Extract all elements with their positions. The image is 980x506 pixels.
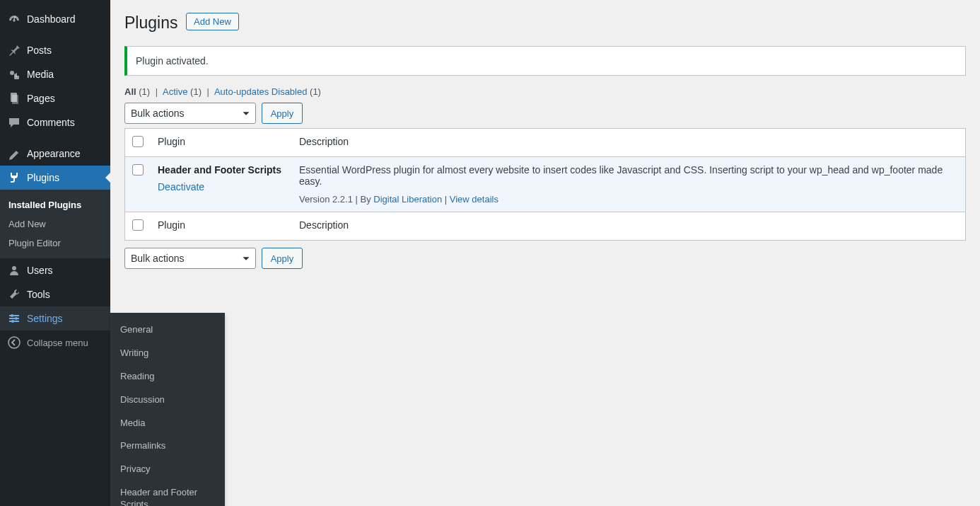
- svg-point-12: [11, 320, 14, 323]
- menu-label: Media: [27, 69, 54, 80]
- tools-icon: [7, 287, 21, 301]
- menu-label: Tools: [27, 289, 50, 300]
- menu-collapse[interactable]: Collapse menu: [0, 330, 110, 355]
- main-content: Plugins Add New Plugin activated. All (1…: [110, 0, 980, 273]
- settings-icon: [7, 311, 21, 326]
- filter-autoupdates-label[interactable]: Auto-updates Disabled: [214, 86, 308, 97]
- filter-all-count: (1): [139, 86, 150, 97]
- appearance-icon: [7, 146, 21, 161]
- menu-label: Appearance: [27, 148, 81, 159]
- admin-sidebar: Dashboard Posts Media Pages Comments App…: [0, 0, 110, 506]
- add-new-button[interactable]: Add New: [186, 13, 239, 30]
- plugin-description: Essential WordPress plugin for almost ev…: [299, 164, 958, 187]
- menu-dashboard[interactable]: Dashboard: [0, 7, 110, 31]
- col-description-footer: Description: [292, 212, 966, 241]
- filter-autoupdates-count: (1): [310, 86, 321, 97]
- plugin-version: Version 2.2.1: [299, 194, 353, 205]
- notice-success: Plugin activated.: [124, 46, 966, 76]
- collapse-icon: [7, 335, 21, 350]
- menu-appearance[interactable]: Appearance: [0, 142, 110, 166]
- settings-writing[interactable]: Writing: [110, 342, 225, 365]
- apply-button-bottom[interactable]: Apply: [262, 248, 303, 269]
- collapse-label: Collapse menu: [27, 338, 88, 348]
- submenu-installed-plugins[interactable]: Installed Plugins: [0, 195, 110, 214]
- svg-point-2: [10, 71, 14, 75]
- menu-label: Settings: [27, 313, 63, 324]
- pages-icon: [7, 91, 21, 105]
- menu-tools[interactable]: Tools: [0, 282, 110, 306]
- plugin-author-link[interactable]: Digital Liberation: [373, 194, 442, 205]
- settings-reading[interactable]: Reading: [110, 365, 225, 389]
- settings-media[interactable]: Media: [110, 412, 225, 435]
- menu-settings[interactable]: Settings: [0, 306, 110, 330]
- plugin-meta: Version 2.2.1 | By Digital Liberation | …: [299, 194, 958, 205]
- settings-general[interactable]: General: [110, 318, 225, 342]
- table-row: Header and Footer Scripts Deactivate Ess…: [125, 157, 966, 212]
- menu-label: Users: [27, 265, 53, 276]
- col-plugin-header: Plugin: [151, 129, 292, 157]
- plugin-name: Header and Footer Scripts: [158, 164, 285, 176]
- svg-rect-5: [12, 95, 18, 104]
- menu-label: Dashboard: [27, 13, 76, 25]
- menu-pages[interactable]: Pages: [0, 86, 110, 110]
- plugins-icon: [7, 171, 21, 185]
- bulk-actions-select-bottom[interactable]: Bulk actions: [124, 248, 256, 269]
- col-plugin-footer: Plugin: [151, 212, 292, 241]
- select-all-top[interactable]: [132, 136, 144, 147]
- svg-rect-3: [14, 76, 19, 79]
- apply-button-top[interactable]: Apply: [262, 103, 303, 124]
- submenu-plugin-editor[interactable]: Plugin Editor: [0, 234, 110, 253]
- svg-point-11: [15, 317, 18, 320]
- plugins-table: Plugin Description Header and Footer Scr…: [124, 128, 966, 241]
- col-description-header: Description: [292, 129, 966, 157]
- filter-active-label[interactable]: Active: [163, 86, 187, 97]
- dashboard-icon: [7, 12, 21, 26]
- bulk-actions-select-top[interactable]: Bulk actions: [124, 103, 256, 124]
- menu-users[interactable]: Users: [0, 258, 110, 282]
- svg-point-13: [8, 337, 20, 348]
- tablenav-bottom: Bulk actions Apply: [124, 248, 966, 269]
- filter-all-label[interactable]: All: [124, 86, 136, 97]
- svg-point-10: [11, 314, 13, 317]
- settings-privacy[interactable]: Privacy: [110, 458, 225, 481]
- pin-icon: [7, 43, 21, 57]
- settings-flyout: General Writing Reading Discussion Media…: [110, 313, 225, 506]
- svg-point-6: [12, 266, 16, 270]
- menu-label: Plugins: [27, 172, 59, 183]
- view-details-link[interactable]: View details: [450, 194, 498, 205]
- menu-comments[interactable]: Comments: [0, 110, 110, 134]
- media-icon: [7, 67, 21, 81]
- filter-active-count: (1): [190, 86, 202, 97]
- deactivate-link[interactable]: Deactivate: [158, 181, 204, 192]
- check-all-footer: [125, 212, 151, 241]
- comments-icon: [7, 115, 21, 130]
- plugins-submenu: Installed Plugins Add New Plugin Editor: [0, 190, 110, 258]
- settings-discussion[interactable]: Discussion: [110, 389, 225, 412]
- menu-label: Posts: [27, 45, 52, 56]
- filter-links: All (1) | Active (1) | Auto-updates Disa…: [124, 86, 966, 97]
- menu-plugins[interactable]: Plugins: [0, 166, 110, 190]
- menu-posts[interactable]: Posts: [0, 38, 110, 62]
- menu-media[interactable]: Media: [0, 62, 110, 86]
- select-all-bottom[interactable]: [132, 219, 144, 231]
- check-all-header: [125, 129, 151, 157]
- notice-message: Plugin activated.: [136, 55, 209, 67]
- tablenav-top: Bulk actions Apply: [124, 103, 966, 124]
- row-checkbox[interactable]: [132, 164, 144, 176]
- menu-label: Comments: [27, 117, 75, 128]
- settings-permalinks[interactable]: Permalinks: [110, 435, 225, 458]
- menu-label: Pages: [27, 93, 55, 104]
- page-title: Plugins: [124, 7, 177, 35]
- users-icon: [7, 263, 21, 277]
- settings-header-footer-scripts[interactable]: Header and Footer Scripts: [110, 481, 225, 506]
- submenu-add-new[interactable]: Add New: [0, 214, 110, 234]
- plugin-by: By: [361, 194, 371, 205]
